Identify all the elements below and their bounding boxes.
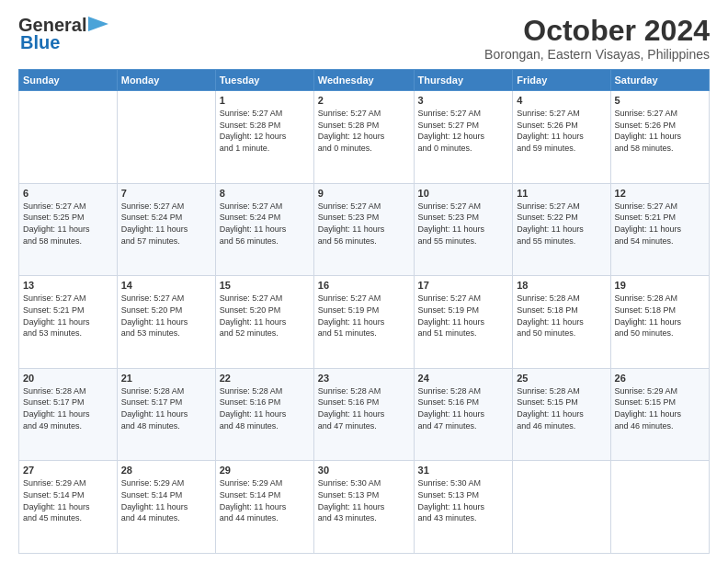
day-info: Sunrise: 5:27 AM Sunset: 5:25 PM Dayligh… bbox=[23, 201, 113, 247]
day-info: Sunrise: 5:27 AM Sunset: 5:28 PM Dayligh… bbox=[220, 108, 310, 154]
calendar-cell: 9Sunrise: 5:27 AM Sunset: 5:23 PM Daylig… bbox=[313, 183, 414, 276]
svg-marker-0 bbox=[88, 17, 108, 31]
day-number: 17 bbox=[418, 280, 509, 291]
calendar-cell: 30Sunrise: 5:30 AM Sunset: 5:13 PM Dayli… bbox=[313, 461, 414, 554]
day-number: 1 bbox=[220, 95, 310, 106]
week-row-1: 1Sunrise: 5:27 AM Sunset: 5:28 PM Daylig… bbox=[19, 91, 710, 184]
col-saturday: Saturday bbox=[610, 70, 709, 91]
day-number: 23 bbox=[318, 373, 410, 384]
header-row: Sunday Monday Tuesday Wednesday Thursday… bbox=[19, 70, 710, 91]
day-info: Sunrise: 5:28 AM Sunset: 5:16 PM Dayligh… bbox=[318, 385, 410, 431]
day-info: Sunrise: 5:28 AM Sunset: 5:16 PM Dayligh… bbox=[418, 385, 509, 431]
calendar-cell: 24Sunrise: 5:28 AM Sunset: 5:16 PM Dayli… bbox=[414, 368, 513, 461]
day-number: 6 bbox=[23, 188, 113, 199]
col-sunday: Sunday bbox=[19, 70, 118, 91]
day-info: Sunrise: 5:28 AM Sunset: 5:17 PM Dayligh… bbox=[121, 385, 211, 431]
day-number: 22 bbox=[220, 373, 310, 384]
day-info: Sunrise: 5:27 AM Sunset: 5:23 PM Dayligh… bbox=[318, 201, 410, 247]
day-info: Sunrise: 5:29 AM Sunset: 5:14 PM Dayligh… bbox=[121, 477, 211, 523]
calendar-cell: 8Sunrise: 5:27 AM Sunset: 5:24 PM Daylig… bbox=[215, 183, 313, 276]
day-info: Sunrise: 5:27 AM Sunset: 5:20 PM Dayligh… bbox=[220, 293, 310, 339]
day-info: Sunrise: 5:28 AM Sunset: 5:15 PM Dayligh… bbox=[517, 385, 606, 431]
col-friday: Friday bbox=[513, 70, 610, 91]
calendar-cell: 11Sunrise: 5:27 AM Sunset: 5:22 PM Dayli… bbox=[513, 183, 610, 276]
day-number: 10 bbox=[418, 188, 509, 199]
logo-blue: Blue bbox=[20, 32, 60, 53]
col-thursday: Thursday bbox=[414, 70, 513, 91]
calendar-cell: 17Sunrise: 5:27 AM Sunset: 5:19 PM Dayli… bbox=[414, 276, 513, 369]
day-number: 11 bbox=[517, 188, 606, 199]
calendar-cell: 10Sunrise: 5:27 AM Sunset: 5:23 PM Dayli… bbox=[414, 183, 513, 276]
day-info: Sunrise: 5:29 AM Sunset: 5:15 PM Dayligh… bbox=[615, 385, 705, 431]
calendar-cell: 23Sunrise: 5:28 AM Sunset: 5:16 PM Dayli… bbox=[313, 368, 414, 461]
header: General Blue October 2024 Borongan, East… bbox=[18, 15, 710, 62]
calendar-cell: 7Sunrise: 5:27 AM Sunset: 5:24 PM Daylig… bbox=[117, 183, 215, 276]
day-number: 15 bbox=[220, 280, 310, 291]
calendar-cell: 5Sunrise: 5:27 AM Sunset: 5:26 PM Daylig… bbox=[610, 91, 709, 184]
calendar-cell bbox=[513, 461, 610, 554]
day-number: 24 bbox=[418, 373, 509, 384]
page: General Blue October 2024 Borongan, East… bbox=[0, 0, 728, 563]
day-number: 13 bbox=[23, 280, 113, 291]
day-number: 28 bbox=[121, 465, 211, 476]
calendar-cell bbox=[117, 91, 215, 184]
day-info: Sunrise: 5:30 AM Sunset: 5:13 PM Dayligh… bbox=[318, 477, 410, 523]
calendar-cell: 31Sunrise: 5:30 AM Sunset: 5:13 PM Dayli… bbox=[414, 461, 513, 554]
day-info: Sunrise: 5:27 AM Sunset: 5:21 PM Dayligh… bbox=[615, 201, 705, 247]
day-number: 31 bbox=[418, 465, 509, 476]
calendar-cell: 26Sunrise: 5:29 AM Sunset: 5:15 PM Dayli… bbox=[610, 368, 709, 461]
day-info: Sunrise: 5:27 AM Sunset: 5:28 PM Dayligh… bbox=[318, 108, 410, 154]
calendar-cell: 12Sunrise: 5:27 AM Sunset: 5:21 PM Dayli… bbox=[610, 183, 709, 276]
day-info: Sunrise: 5:27 AM Sunset: 5:20 PM Dayligh… bbox=[121, 293, 211, 339]
day-info: Sunrise: 5:27 AM Sunset: 5:21 PM Dayligh… bbox=[23, 293, 113, 339]
calendar-cell: 27Sunrise: 5:29 AM Sunset: 5:14 PM Dayli… bbox=[19, 461, 118, 554]
calendar-cell: 4Sunrise: 5:27 AM Sunset: 5:26 PM Daylig… bbox=[513, 91, 610, 184]
col-monday: Monday bbox=[117, 70, 215, 91]
calendar-cell: 25Sunrise: 5:28 AM Sunset: 5:15 PM Dayli… bbox=[513, 368, 610, 461]
day-info: Sunrise: 5:27 AM Sunset: 5:26 PM Dayligh… bbox=[517, 108, 606, 154]
calendar-cell: 20Sunrise: 5:28 AM Sunset: 5:17 PM Dayli… bbox=[19, 368, 118, 461]
day-number: 5 bbox=[615, 95, 705, 106]
week-row-4: 20Sunrise: 5:28 AM Sunset: 5:17 PM Dayli… bbox=[19, 368, 710, 461]
calendar-subtitle: Borongan, Eastern Visayas, Philippines bbox=[484, 47, 710, 62]
calendar-cell: 18Sunrise: 5:28 AM Sunset: 5:18 PM Dayli… bbox=[513, 276, 610, 369]
day-number: 29 bbox=[220, 465, 310, 476]
day-info: Sunrise: 5:27 AM Sunset: 5:24 PM Dayligh… bbox=[220, 201, 310, 247]
day-info: Sunrise: 5:27 AM Sunset: 5:23 PM Dayligh… bbox=[418, 201, 509, 247]
day-number: 27 bbox=[23, 465, 113, 476]
calendar-cell: 6Sunrise: 5:27 AM Sunset: 5:25 PM Daylig… bbox=[19, 183, 118, 276]
day-info: Sunrise: 5:27 AM Sunset: 5:22 PM Dayligh… bbox=[517, 201, 606, 247]
day-number: 26 bbox=[615, 373, 705, 384]
day-info: Sunrise: 5:28 AM Sunset: 5:18 PM Dayligh… bbox=[517, 293, 606, 339]
calendar-cell: 2Sunrise: 5:27 AM Sunset: 5:28 PM Daylig… bbox=[313, 91, 414, 184]
day-number: 2 bbox=[318, 95, 410, 106]
day-number: 21 bbox=[121, 373, 211, 384]
calendar-table: Sunday Monday Tuesday Wednesday Thursday… bbox=[18, 69, 710, 554]
day-info: Sunrise: 5:29 AM Sunset: 5:14 PM Dayligh… bbox=[220, 477, 310, 523]
day-info: Sunrise: 5:27 AM Sunset: 5:19 PM Dayligh… bbox=[418, 293, 509, 339]
calendar-cell: 28Sunrise: 5:29 AM Sunset: 5:14 PM Dayli… bbox=[117, 461, 215, 554]
day-info: Sunrise: 5:27 AM Sunset: 5:24 PM Dayligh… bbox=[121, 201, 211, 247]
calendar-cell: 3Sunrise: 5:27 AM Sunset: 5:27 PM Daylig… bbox=[414, 91, 513, 184]
day-info: Sunrise: 5:28 AM Sunset: 5:18 PM Dayligh… bbox=[615, 293, 705, 339]
logo-arrow-icon bbox=[88, 17, 108, 31]
week-row-3: 13Sunrise: 5:27 AM Sunset: 5:21 PM Dayli… bbox=[19, 276, 710, 369]
day-info: Sunrise: 5:27 AM Sunset: 5:19 PM Dayligh… bbox=[318, 293, 410, 339]
calendar-cell: 1Sunrise: 5:27 AM Sunset: 5:28 PM Daylig… bbox=[215, 91, 313, 184]
day-number: 19 bbox=[615, 280, 705, 291]
calendar-cell bbox=[610, 461, 709, 554]
calendar-cell: 14Sunrise: 5:27 AM Sunset: 5:20 PM Dayli… bbox=[117, 276, 215, 369]
day-number: 25 bbox=[517, 373, 606, 384]
calendar-cell: 19Sunrise: 5:28 AM Sunset: 5:18 PM Dayli… bbox=[610, 276, 709, 369]
day-number: 16 bbox=[318, 280, 410, 291]
day-number: 30 bbox=[318, 465, 410, 476]
week-row-2: 6Sunrise: 5:27 AM Sunset: 5:25 PM Daylig… bbox=[19, 183, 710, 276]
day-info: Sunrise: 5:27 AM Sunset: 5:27 PM Dayligh… bbox=[418, 108, 509, 154]
day-number: 20 bbox=[23, 373, 113, 384]
day-info: Sunrise: 5:27 AM Sunset: 5:26 PM Dayligh… bbox=[615, 108, 705, 154]
day-number: 8 bbox=[220, 188, 310, 199]
calendar-cell: 21Sunrise: 5:28 AM Sunset: 5:17 PM Dayli… bbox=[117, 368, 215, 461]
day-number: 3 bbox=[418, 95, 509, 106]
calendar-cell: 15Sunrise: 5:27 AM Sunset: 5:20 PM Dayli… bbox=[215, 276, 313, 369]
day-info: Sunrise: 5:29 AM Sunset: 5:14 PM Dayligh… bbox=[23, 477, 113, 523]
